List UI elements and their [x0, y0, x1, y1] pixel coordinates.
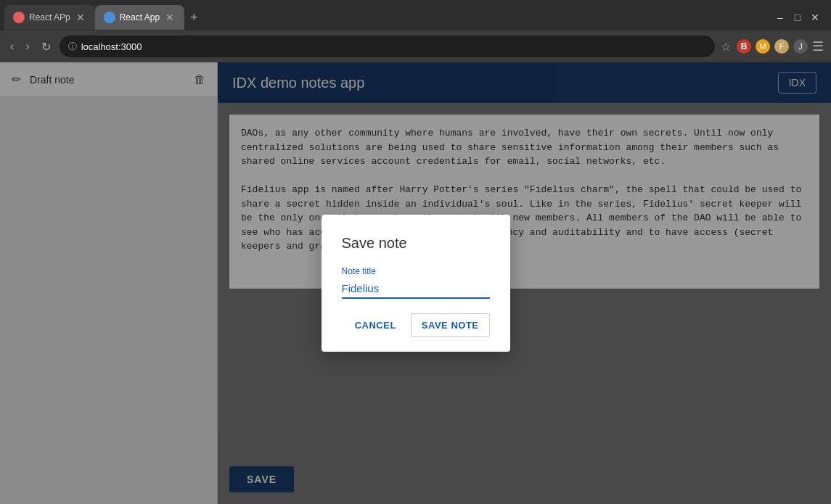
- browser-chrome: React APp ✕ React App ✕ + – □ ✕ ‹ › ↻ ⓘ …: [0, 0, 831, 62]
- menu-icon[interactable]: ☰: [812, 38, 824, 54]
- tab-1-close[interactable]: ✕: [75, 12, 86, 23]
- other-extension[interactable]: J: [793, 39, 808, 54]
- forward-button[interactable]: ›: [22, 38, 32, 54]
- bookmark-icon[interactable]: ☆: [721, 40, 731, 54]
- window-controls: – □ ✕: [774, 12, 827, 23]
- address-text: localhost:3000: [81, 41, 142, 52]
- back-button[interactable]: ‹: [7, 38, 17, 54]
- dialog-overlay: Save note Note title CANCEL SAVE NOTE: [0, 62, 831, 504]
- tab-2-close[interactable]: ✕: [164, 12, 176, 23]
- note-title-input[interactable]: [342, 279, 490, 299]
- address-bar-row: ‹ › ↻ ⓘ localhost:3000 ☆ B M F J ☰: [0, 30, 831, 62]
- new-tab-button[interactable]: +: [184, 7, 204, 28]
- tab-2-favicon: [104, 12, 115, 23]
- tab-1[interactable]: React APp ✕: [4, 5, 95, 30]
- reload-button[interactable]: ↻: [38, 38, 54, 55]
- fox-extension[interactable]: F: [774, 39, 789, 54]
- tab-2[interactable]: React App ✕: [95, 5, 184, 30]
- security-icon: ⓘ: [68, 41, 77, 53]
- brave-extension[interactable]: B: [737, 39, 751, 54]
- tab-1-label: React APp: [29, 12, 70, 22]
- cancel-button[interactable]: CANCEL: [346, 313, 405, 337]
- metamask-extension[interactable]: M: [756, 39, 770, 54]
- minimize-button[interactable]: –: [774, 12, 786, 23]
- save-note-button[interactable]: SAVE NOTE: [411, 313, 490, 337]
- address-bar[interactable]: ⓘ localhost:3000: [60, 36, 715, 57]
- note-title-label: Note title: [342, 266, 490, 276]
- extensions: B M F J ☰: [737, 38, 824, 54]
- tab-1-favicon: [13, 12, 25, 23]
- tab-2-label: React App: [120, 12, 160, 22]
- dialog-title: Save note: [342, 235, 490, 252]
- close-button[interactable]: ✕: [809, 12, 821, 23]
- tab-bar: React APp ✕ React App ✕ + – □ ✕: [0, 0, 831, 30]
- maximize-button[interactable]: □: [792, 12, 803, 23]
- dialog-actions: CANCEL SAVE NOTE: [342, 313, 490, 337]
- save-note-dialog: Save note Note title CANCEL SAVE NOTE: [322, 215, 510, 352]
